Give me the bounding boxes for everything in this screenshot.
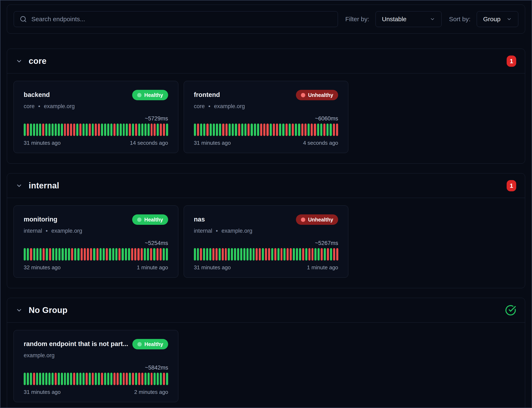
history-bar[interactable] <box>216 248 217 261</box>
history-bar[interactable] <box>144 373 147 385</box>
history-bar[interactable] <box>116 124 119 136</box>
history-bar[interactable] <box>98 124 100 136</box>
history-bar[interactable] <box>109 248 111 261</box>
history-bar[interactable] <box>293 248 295 261</box>
history-bar[interactable] <box>93 248 95 261</box>
history-bar[interactable] <box>84 248 86 261</box>
history-bar[interactable] <box>58 248 60 261</box>
history-bars[interactable] <box>24 124 168 136</box>
endpoint-card[interactable]: monitoring Healthy internal • example.or… <box>14 205 178 278</box>
history-bar[interactable] <box>262 248 264 261</box>
history-bar[interactable] <box>51 124 54 136</box>
history-bar[interactable] <box>147 248 149 261</box>
history-bar[interactable] <box>295 124 297 136</box>
history-bar[interactable] <box>326 124 329 136</box>
history-bar[interactable] <box>271 248 273 261</box>
history-bar[interactable] <box>160 124 162 136</box>
history-bar[interactable] <box>67 373 69 385</box>
history-bar[interactable] <box>256 248 258 261</box>
history-bar[interactable] <box>107 124 109 136</box>
history-bar[interactable] <box>166 373 168 385</box>
history-bar[interactable] <box>314 124 316 136</box>
endpoint-card[interactable]: random endpoint that is not part... Heal… <box>14 330 178 402</box>
history-bar[interactable] <box>257 124 259 136</box>
history-bar[interactable] <box>24 373 26 385</box>
history-bar[interactable] <box>216 124 218 136</box>
history-bar[interactable] <box>232 124 234 136</box>
history-bar[interactable] <box>118 248 121 261</box>
history-bar[interactable] <box>305 248 307 261</box>
history-bar[interactable] <box>235 124 237 136</box>
history-bar[interactable] <box>36 124 38 136</box>
history-bar[interactable] <box>254 124 256 136</box>
history-bar[interactable] <box>219 248 221 261</box>
history-bar[interactable] <box>249 248 252 261</box>
history-bar[interactable] <box>163 248 165 261</box>
history-bar[interactable] <box>81 248 83 261</box>
history-bar[interactable] <box>148 373 150 385</box>
history-bar[interactable] <box>128 248 130 261</box>
history-bar[interactable] <box>129 373 131 385</box>
history-bar[interactable] <box>33 248 35 261</box>
history-bar[interactable] <box>166 124 168 136</box>
history-bar[interactable] <box>92 124 94 136</box>
history-bar[interactable] <box>144 124 147 136</box>
history-bar[interactable] <box>274 248 276 261</box>
history-bar[interactable] <box>76 124 78 136</box>
history-bar[interactable] <box>120 373 122 385</box>
history-bar[interactable] <box>154 124 156 136</box>
history-bar[interactable] <box>134 248 136 261</box>
history-bar[interactable] <box>302 248 304 261</box>
history-bar[interactable] <box>321 248 323 261</box>
history-bar[interactable] <box>320 124 322 136</box>
history-bar[interactable] <box>45 124 47 136</box>
history-bar[interactable] <box>70 373 72 385</box>
history-bar[interactable] <box>39 124 41 136</box>
history-bar[interactable] <box>287 248 289 261</box>
history-bar[interactable] <box>64 124 66 136</box>
history-bar[interactable] <box>122 248 124 261</box>
history-bar[interactable] <box>61 124 63 136</box>
history-bar[interactable] <box>110 124 112 136</box>
history-bar[interactable] <box>253 248 255 261</box>
history-bar[interactable] <box>265 248 267 261</box>
endpoint-card[interactable]: backend Healthy core • example.org ~5729… <box>14 81 178 153</box>
history-bar[interactable] <box>135 124 137 136</box>
history-bar[interactable] <box>79 124 82 136</box>
history-bar[interactable] <box>266 124 268 136</box>
history-bar[interactable] <box>279 124 281 136</box>
history-bar[interactable] <box>315 248 316 261</box>
history-bar[interactable] <box>110 373 112 385</box>
history-bar[interactable] <box>68 248 70 261</box>
history-bar[interactable] <box>157 248 158 261</box>
history-bar[interactable] <box>46 248 48 261</box>
history-bar[interactable] <box>58 373 60 385</box>
history-bar[interactable] <box>101 124 103 136</box>
history-bar[interactable] <box>285 124 288 136</box>
history-bar[interactable] <box>151 124 153 136</box>
history-bar[interactable] <box>209 248 211 261</box>
history-bar[interactable] <box>336 248 338 261</box>
history-bar[interactable] <box>24 124 26 136</box>
history-bar[interactable] <box>27 124 29 136</box>
history-bar[interactable] <box>231 248 233 261</box>
history-bars[interactable] <box>24 373 168 385</box>
history-bar[interactable] <box>317 124 319 136</box>
history-bar[interactable] <box>154 373 156 385</box>
history-bar[interactable] <box>194 124 196 136</box>
history-bar[interactable] <box>83 124 84 136</box>
history-bar[interactable] <box>137 248 140 261</box>
history-bar[interactable] <box>194 248 196 261</box>
history-bar[interactable] <box>299 248 301 261</box>
history-bar[interactable] <box>65 248 67 261</box>
history-bar[interactable] <box>114 124 116 136</box>
history-bar[interactable] <box>276 124 278 136</box>
history-bar[interactable] <box>308 248 310 261</box>
history-bar[interactable] <box>49 124 50 136</box>
history-bar[interactable] <box>148 124 150 136</box>
history-bar[interactable] <box>95 124 97 136</box>
history-bar[interactable] <box>125 248 127 261</box>
history-bar[interactable] <box>248 124 249 136</box>
history-bar[interactable] <box>197 248 199 261</box>
history-bar[interactable] <box>27 248 29 261</box>
